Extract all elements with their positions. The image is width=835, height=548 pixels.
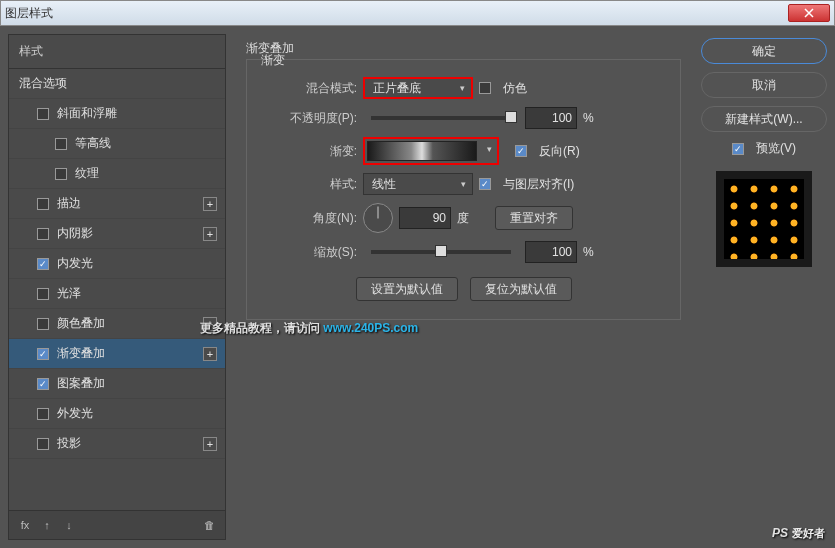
corner-logo: PS爱好者 — [772, 521, 825, 542]
arrow-up-icon[interactable]: ↑ — [39, 517, 55, 533]
reverse-checkbox[interactable] — [515, 145, 527, 157]
reset-default-button[interactable]: 复位为默认值 — [470, 277, 572, 301]
sidebar-item-inner-glow[interactable]: 内发光 — [9, 249, 225, 279]
style-dropdown[interactable]: 线性 — [363, 173, 473, 195]
settings-panel: 渐变叠加 渐变 混合模式: 正片叠底 仿色 不透明度(P): 100 % 渐变:… — [236, 34, 691, 540]
sidebar-item-bevel[interactable]: 斜面和浮雕 — [9, 99, 225, 129]
dither-checkbox[interactable] — [479, 82, 491, 94]
sidebar-footer: fx ↑ ↓ 🗑 — [9, 510, 225, 539]
preview-image — [724, 179, 804, 259]
angle-dial[interactable] — [363, 203, 393, 233]
plus-icon[interactable]: + — [203, 347, 217, 361]
checkbox-icon[interactable] — [55, 138, 67, 150]
set-default-button[interactable]: 设置为默认值 — [356, 277, 458, 301]
checkbox-icon[interactable] — [37, 288, 49, 300]
opacity-slider[interactable] — [371, 116, 511, 120]
sidebar-item-color-overlay[interactable]: 颜色叠加+ — [9, 309, 225, 339]
checkbox-icon[interactable] — [37, 408, 49, 420]
action-panel: 确定 取消 新建样式(W)... 预览(V) — [701, 34, 827, 540]
reset-align-button[interactable]: 重置对齐 — [495, 206, 573, 230]
blend-mode-label: 混合模式: — [261, 80, 357, 97]
trash-icon[interactable]: 🗑 — [201, 517, 217, 533]
checkbox-icon[interactable] — [37, 108, 49, 120]
checkbox-icon[interactable] — [37, 258, 49, 270]
sidebar-header: 样式 — [9, 35, 225, 69]
title-bar: 图层样式 — [0, 0, 835, 26]
sidebar-item-texture[interactable]: 纹理 — [9, 159, 225, 189]
sidebar-item-outer-glow[interactable]: 外发光 — [9, 399, 225, 429]
preview-thumbnail — [716, 171, 812, 267]
watermark-text: 更多精品教程，请访问 www.240PS.com — [200, 312, 418, 338]
sidebar-item-stroke[interactable]: 描边+ — [9, 189, 225, 219]
ok-button[interactable]: 确定 — [701, 38, 827, 64]
checkbox-icon[interactable] — [37, 318, 49, 330]
align-label: 与图层对齐(I) — [503, 176, 574, 193]
checkbox-icon[interactable] — [37, 438, 49, 450]
arrow-down-icon[interactable]: ↓ — [61, 517, 77, 533]
window-title: 图层样式 — [5, 5, 788, 22]
dither-label: 仿色 — [503, 80, 527, 97]
checkbox-icon[interactable] — [55, 168, 67, 180]
group-title: 渐变 — [261, 52, 666, 69]
style-label: 样式: — [261, 176, 357, 193]
sidebar-item-drop-shadow[interactable]: 投影+ — [9, 429, 225, 459]
sidebar-item-contour[interactable]: 等高线 — [9, 129, 225, 159]
slider-thumb-icon[interactable] — [505, 111, 517, 123]
sidebar-item-blend-options[interactable]: 混合选项 — [9, 69, 225, 99]
scale-label: 缩放(S): — [261, 244, 357, 261]
scale-input[interactable]: 100 — [525, 241, 577, 263]
preview-label: 预览(V) — [756, 140, 796, 157]
plus-icon[interactable]: + — [203, 227, 217, 241]
sidebar-item-pattern-overlay[interactable]: 图案叠加 — [9, 369, 225, 399]
close-icon — [804, 8, 814, 18]
gradient-label: 渐变: — [261, 143, 357, 160]
sidebar-item-gradient-overlay[interactable]: 渐变叠加+ — [9, 339, 225, 369]
gradient-picker[interactable] — [367, 141, 477, 161]
reverse-label: 反向(R) — [539, 143, 580, 160]
opacity-unit: % — [583, 111, 594, 125]
fx-icon[interactable]: fx — [17, 517, 33, 533]
checkbox-icon[interactable] — [37, 378, 49, 390]
checkbox-icon[interactable] — [37, 228, 49, 240]
sidebar-item-inner-shadow[interactable]: 内阴影+ — [9, 219, 225, 249]
plus-icon[interactable]: + — [203, 437, 217, 451]
plus-icon[interactable]: + — [203, 197, 217, 211]
gradient-picker-highlight — [363, 137, 499, 165]
checkbox-icon[interactable] — [37, 198, 49, 210]
blend-mode-dropdown[interactable]: 正片叠底 — [363, 77, 473, 99]
slider-thumb-icon[interactable] — [435, 245, 447, 257]
angle-label: 角度(N): — [261, 210, 357, 227]
scale-unit: % — [583, 245, 594, 259]
preview-checkbox[interactable] — [732, 143, 744, 155]
checkbox-icon[interactable] — [37, 348, 49, 360]
new-style-button[interactable]: 新建样式(W)... — [701, 106, 827, 132]
opacity-label: 不透明度(P): — [261, 110, 357, 127]
angle-unit: 度 — [457, 210, 469, 227]
styles-sidebar: 样式 混合选项 斜面和浮雕 等高线 纹理 描边+ 内阴影+ 内发光 光泽 颜色叠… — [8, 34, 226, 540]
opacity-input[interactable]: 100 — [525, 107, 577, 129]
align-checkbox[interactable] — [479, 178, 491, 190]
scale-slider[interactable] — [371, 250, 511, 254]
sidebar-item-satin[interactable]: 光泽 — [9, 279, 225, 309]
angle-input[interactable]: 90 — [399, 207, 451, 229]
cancel-button[interactable]: 取消 — [701, 72, 827, 98]
close-button[interactable] — [788, 4, 830, 22]
gradient-group: 渐变 混合模式: 正片叠底 仿色 不透明度(P): 100 % 渐变: 反向(R… — [246, 59, 681, 320]
